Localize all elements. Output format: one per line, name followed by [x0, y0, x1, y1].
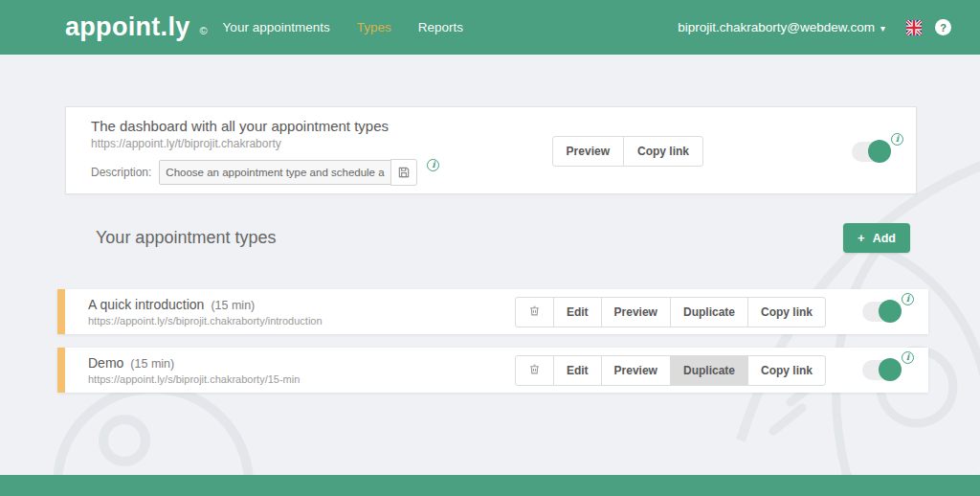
- description-row: Description: i: [91, 159, 439, 186]
- account-menu[interactable]: biprojit.chakraborty@webdew.com ▾: [678, 20, 885, 34]
- nav-your-appointments[interactable]: Your appointments: [223, 20, 330, 34]
- types-heading: Your appointment types: [96, 228, 276, 248]
- appointment-name: Demo: [88, 355, 123, 371]
- add-button-label: Add: [873, 232, 896, 245]
- description-label: Description:: [91, 166, 151, 179]
- dashboard-enable-toggle[interactable]: [852, 142, 889, 162]
- appointment-name: A quick introduction: [88, 297, 204, 312]
- account-email: biprojit.chakraborty@webdew.com: [678, 20, 875, 34]
- row-info: Demo(15 min) https://appoint.ly/s/biproj…: [88, 355, 300, 385]
- row-info: A quick introduction(15 min) https://app…: [88, 297, 323, 327]
- appointment-url: https://appoint.ly/s/biprojit.chakrabort…: [88, 315, 323, 327]
- nav-types[interactable]: Types: [357, 20, 391, 34]
- toggle-knob: [868, 140, 891, 163]
- delete-button[interactable]: [515, 355, 554, 386]
- appointment-url: https://appoint.ly/s/biprojit.chakrabort…: [88, 373, 300, 385]
- preview-button[interactable]: Preview: [601, 355, 671, 386]
- row-toggle-info-icon: i: [902, 293, 914, 305]
- appointment-row-introduction: A quick introduction(15 min) https://app…: [57, 289, 928, 334]
- toggle-knob: [879, 358, 902, 381]
- row-actions: Edit Preview Duplicate Copy link i: [515, 297, 913, 327]
- row-button-group: Edit Preview Duplicate Copy link: [515, 297, 826, 327]
- appointment-type-list: A quick introduction(15 min) https://app…: [57, 289, 928, 393]
- dashboard-preview-button[interactable]: Preview: [552, 136, 624, 167]
- appointment-duration: (15 min): [211, 299, 255, 312]
- app-logo[interactable]: appoint.ly: [65, 12, 190, 42]
- dashboard-toggle-info-icon: i: [891, 133, 903, 146]
- dashboard-card-info: The dashboard with all your appointment …: [91, 118, 439, 186]
- trash-icon: [528, 363, 541, 375]
- row-enable-toggle[interactable]: [862, 302, 900, 322]
- dashboard-url: https://appoint.ly/t/biprojit.chakrabort…: [91, 137, 439, 150]
- plus-icon: +: [858, 231, 865, 245]
- delete-button[interactable]: [515, 297, 554, 327]
- toggle-knob: [879, 300, 902, 323]
- preview-button[interactable]: Preview: [601, 297, 671, 327]
- types-section-header: Your appointment types + Add: [96, 223, 910, 253]
- duplicate-button[interactable]: Duplicate: [670, 297, 748, 327]
- save-description-button[interactable]: [390, 159, 417, 186]
- row-toggle-wrap: i: [862, 360, 900, 380]
- copy-link-button[interactable]: Copy link: [747, 297, 826, 327]
- appointment-duration: (15 min): [130, 357, 174, 371]
- duplicate-button[interactable]: Duplicate: [670, 355, 748, 386]
- caret-down-icon: ▾: [880, 23, 885, 34]
- nav-reports[interactable]: Reports: [418, 20, 463, 34]
- row-enable-toggle[interactable]: [862, 360, 900, 380]
- navbar-right: biprojit.chakraborty@webdew.com ▾ ?: [678, 19, 951, 35]
- language-flag-icon[interactable]: [906, 20, 922, 35]
- description-input[interactable]: [159, 160, 391, 185]
- row-button-group: Edit Preview Duplicate Copy link: [515, 355, 826, 386]
- main-nav: Your appointments Types Reports: [223, 20, 463, 34]
- edit-button[interactable]: Edit: [553, 297, 602, 327]
- add-type-button[interactable]: + Add: [843, 223, 910, 253]
- footer-bar: [0, 475, 980, 496]
- help-icon[interactable]: ?: [935, 19, 951, 35]
- dashboard-card-actions: Preview Copy link i: [552, 136, 901, 167]
- dashboard-copy-link-button[interactable]: Copy link: [623, 136, 703, 167]
- row-toggle-info-icon: i: [902, 351, 914, 364]
- dashboard-button-group: Preview Copy link: [552, 136, 703, 167]
- dashboard-toggle-wrap: i: [852, 142, 889, 162]
- row-toggle-wrap: i: [862, 302, 900, 322]
- copyright-icon: ©: [200, 25, 208, 36]
- description-info-icon: i: [427, 159, 439, 171]
- appointment-row-demo: Demo(15 min) https://appoint.ly/s/biproj…: [57, 348, 928, 393]
- floppy-disk-icon: [397, 166, 411, 179]
- top-navbar: appoint.ly © Your appointments Types Rep…: [0, 0, 980, 55]
- dashboard-title: The dashboard with all your appointment …: [91, 118, 439, 134]
- edit-button[interactable]: Edit: [553, 355, 602, 386]
- dashboard-card: The dashboard with all your appointment …: [65, 106, 917, 194]
- trash-icon: [528, 304, 541, 317]
- copy-link-button[interactable]: Copy link: [747, 355, 826, 386]
- row-actions: Edit Preview Duplicate Copy link i: [515, 355, 913, 386]
